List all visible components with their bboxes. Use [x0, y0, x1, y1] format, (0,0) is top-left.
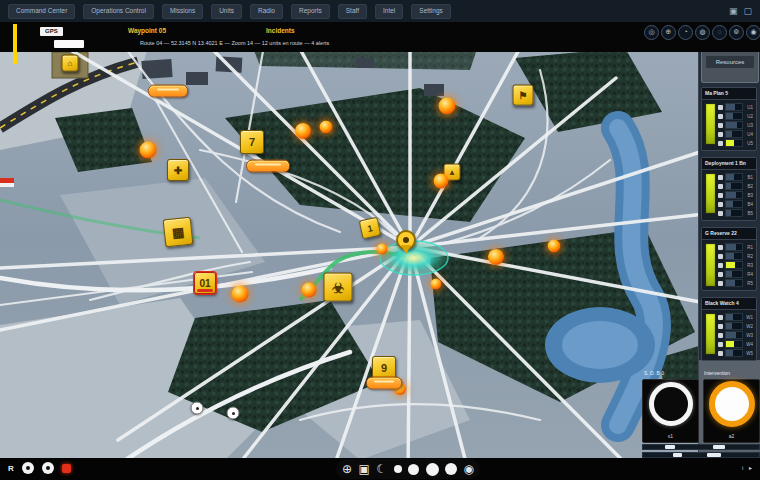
sidebar-tool-icon-6[interactable]: ◉: [746, 25, 760, 40]
dock-icon-0[interactable]: ⊕: [342, 460, 352, 478]
unit-row[interactable]: R4: [718, 270, 753, 278]
unit-rows: W1W2W3W4W5: [718, 313, 753, 358]
map-marker-alert-18[interactable]: [548, 240, 561, 253]
unit-row[interactable]: R3: [718, 261, 753, 269]
map-marker-alert-21[interactable]: [377, 244, 388, 255]
unit-row[interactable]: U1: [718, 103, 753, 111]
unit-row[interactable]: W2: [718, 322, 753, 330]
map-marker-alert-19[interactable]: [431, 279, 442, 290]
map-marker-square-2[interactable]: 7: [240, 130, 264, 154]
unit-row[interactable]: B4: [718, 200, 753, 208]
map-marker-square-6[interactable]: ▦: [163, 217, 194, 248]
dock-circle-3[interactable]: [394, 465, 402, 473]
sidebar-tool-icon-0[interactable]: ◎: [644, 25, 659, 40]
map-marker-square-3[interactable]: ⚑: [513, 85, 534, 106]
unit-row[interactable]: W3: [718, 331, 753, 339]
window-icon-0[interactable]: ▣: [729, 5, 738, 18]
dock-circle-6[interactable]: [445, 463, 457, 475]
map-marker-alert-10[interactable]: [140, 142, 157, 159]
unit-row[interactable]: B2: [718, 182, 753, 190]
unit-row[interactable]: R2: [718, 252, 753, 260]
menu-item-8[interactable]: Settings: [411, 4, 451, 19]
unit-row[interactable]: U3: [718, 121, 753, 129]
dock-icon-2[interactable]: ☾: [376, 460, 387, 478]
unit-row[interactable]: R5: [718, 279, 753, 287]
map-marker-square-7[interactable]: 01: [194, 272, 216, 294]
unit-panel-title: G Reserve 22: [702, 228, 756, 240]
menu-item-3[interactable]: Units: [211, 4, 242, 19]
window-icon-1[interactable]: ▢: [743, 5, 752, 18]
map-marker-alert-15[interactable]: [232, 286, 249, 303]
gps-chip[interactable]: GPS: [40, 27, 63, 36]
map-marker-alert-17[interactable]: [488, 249, 504, 265]
sidebar-tool-icon-3[interactable]: ◍: [695, 25, 710, 40]
unit-row[interactable]: W5: [718, 349, 753, 357]
dock-icon-1[interactable]: ▣: [359, 460, 370, 478]
menu-item-0[interactable]: Command Center: [8, 4, 75, 19]
target-button[interactable]: [22, 462, 34, 474]
dial-standby-tile[interactable]: s1: [642, 379, 699, 443]
menu-item-4[interactable]: Radio: [250, 4, 283, 19]
map-marker-alert-12[interactable]: [320, 121, 333, 134]
sidebar-tool-icon-2[interactable]: ◔: [678, 25, 693, 40]
unit-row[interactable]: U5: [718, 139, 753, 147]
incidents-link[interactable]: Incidents: [266, 27, 295, 34]
unit-row[interactable]: U2: [718, 112, 753, 120]
active-dial-icon: [709, 381, 755, 427]
unit-row[interactable]: B1: [718, 173, 753, 181]
map-marker-alert-13[interactable]: [439, 98, 456, 115]
unit-panel-body: U1U2U3U4U5: [702, 100, 756, 150]
map-marker-pin[interactable]: [396, 230, 416, 250]
unit-row-icon: [718, 315, 723, 320]
unit-row-label: B4: [745, 202, 753, 207]
map-marker-tag-24[interactable]: [366, 377, 402, 390]
map-marker-alert-14[interactable]: [434, 174, 449, 189]
sidebar-tool-icon-4[interactable]: ◌: [712, 25, 727, 40]
sidebar-tool-icon-1[interactable]: ⊕: [661, 25, 676, 40]
dial-slider-0[interactable]: [642, 444, 760, 450]
map-marker-square-1[interactable]: ✚: [167, 159, 189, 181]
window-controls: ▣▢: [729, 5, 752, 18]
unit-row-icon: [718, 342, 723, 347]
map-marker-dot-26[interactable]: [191, 402, 204, 415]
map-marker-square-8[interactable]: ☣: [324, 273, 353, 302]
unit-row[interactable]: W4: [718, 340, 753, 348]
map-marker-dot-27[interactable]: [227, 407, 240, 420]
sidebar-tool-icon-5[interactable]: ⊚: [729, 25, 744, 40]
coordinate-chip[interactable]: [54, 40, 84, 48]
unit-panel-2[interactable]: G Reserve 22R1R2R3R4R5: [701, 227, 757, 291]
dial-left-caption: S. D. B 0: [644, 370, 664, 376]
menu-item-6[interactable]: Staff: [338, 4, 367, 19]
unit-panel-1[interactable]: Deployment 1 BnB1B2B3B4B5: [701, 157, 757, 221]
menu-item-1[interactable]: Operations Control: [83, 4, 154, 19]
menu-item-2[interactable]: Missions: [162, 4, 203, 19]
map-marker-square-0[interactable]: ⌂: [62, 55, 79, 72]
unit-row[interactable]: B5: [718, 209, 753, 217]
record-button[interactable]: [62, 464, 71, 473]
map-marker-alert-11[interactable]: [295, 123, 311, 139]
unit-row[interactable]: R1: [718, 243, 753, 251]
map-marker-tag-23[interactable]: [246, 160, 290, 173]
waypoint-link[interactable]: Waypoint 05: [128, 27, 166, 34]
menu-bar: Command CenterOperations ControlMissions…: [0, 0, 760, 22]
dock-circle-5[interactable]: [426, 463, 439, 476]
unit-panel-0[interactable]: Ma Plan 5U1U2U3U4U5: [701, 87, 757, 151]
resources-panel[interactable]: Resources: [701, 49, 759, 83]
unit-row-bar: [725, 279, 743, 287]
menu-item-7[interactable]: Intel: [375, 4, 403, 19]
unit-row[interactable]: U4: [718, 130, 753, 138]
unit-panel-3[interactable]: Black Watch 4W1W2W3W4W5: [701, 297, 757, 361]
dial-right-caption: Intervention: [704, 370, 730, 376]
map-marker-square-5[interactable]: 1: [359, 217, 382, 240]
unit-rows: B1B2B3B4B5: [718, 173, 753, 218]
locate-button[interactable]: [42, 462, 54, 474]
dock-circle-4[interactable]: [408, 464, 419, 475]
unit-row[interactable]: W1: [718, 313, 753, 321]
menu-item-5[interactable]: Reports: [291, 4, 330, 19]
sidebar-icon-row: ◎⊕◔◍◌⊚◉≡: [644, 25, 760, 40]
dock-icon-7[interactable]: ◉: [463, 460, 473, 478]
dial-active-tile[interactable]: a2: [703, 379, 760, 443]
map-marker-alert-16[interactable]: [302, 283, 317, 298]
map-marker-tag-22[interactable]: [148, 85, 188, 98]
unit-row[interactable]: B3: [718, 191, 753, 199]
